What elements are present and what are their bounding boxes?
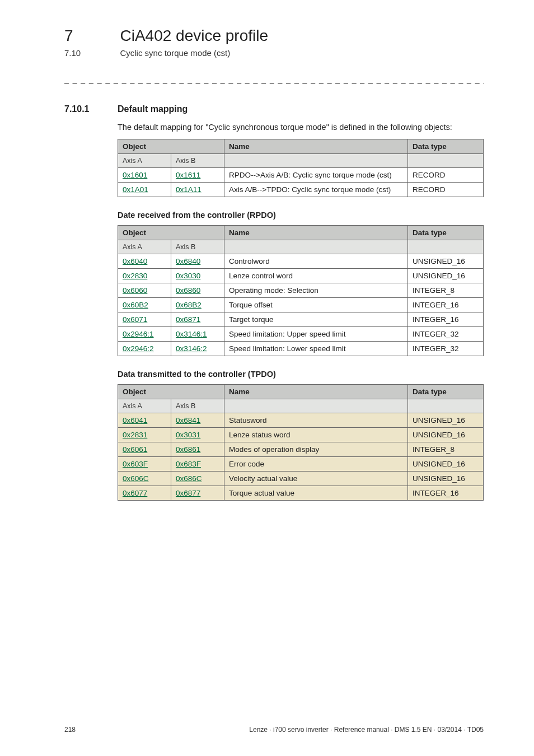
object-datatype: UNSIGNED_16 (408, 427, 484, 442)
object-link-axis-b[interactable]: 0x6840 (171, 254, 224, 268)
object-link-axis-a[interactable]: 0x6071 (118, 312, 171, 326)
section-title: Cyclic sync torque mode (cst) (120, 48, 230, 58)
object-link-axis-a[interactable]: 0x1601 (118, 167, 171, 182)
object-name: Operating mode: Selection (224, 283, 408, 297)
mapping-table: Object Name Data type Axis A Axis B 0x16… (118, 139, 484, 197)
table-row: 0x60610x6861Modes of operation displayIN… (118, 442, 484, 456)
object-name: Lenze control word (224, 268, 408, 283)
object-link-axis-b[interactable]: 0x68B2 (171, 297, 224, 312)
table-row: 0x60B20x68B2Torque offsetINTEGER_16 (118, 297, 484, 312)
object-link-axis-b[interactable]: 0x6871 (171, 312, 224, 326)
col-axis-a: Axis A (118, 240, 171, 254)
chapter-heading: 7 CiA402 device profile (64, 27, 484, 45)
col-axis-a: Axis A (118, 153, 171, 167)
object-datatype: UNSIGNED_16 (408, 254, 484, 268)
tpdo-table-body: 0x60410x6841StatuswordUNSIGNED_160x28310… (118, 413, 484, 500)
object-name: Controlword (224, 254, 408, 268)
object-link-axis-b[interactable]: 0x6841 (171, 413, 224, 427)
col-name: Name (224, 225, 408, 240)
object-link-axis-b[interactable]: 0x1A11 (171, 182, 224, 197)
tpdo-heading: Data transmitted to the controller (TPDO… (118, 370, 484, 379)
object-link-axis-b[interactable]: 0x6877 (171, 486, 224, 500)
object-link-axis-a[interactable]: 0x6077 (118, 486, 171, 500)
object-datatype: UNSIGNED_16 (408, 471, 484, 486)
object-name: Velocity actual value (224, 471, 408, 486)
rpdo-table: Object Name Data type Axis A Axis B 0x60… (118, 225, 484, 356)
object-link-axis-a[interactable]: 0x603F (118, 456, 171, 471)
object-link-axis-b[interactable]: 0x1611 (171, 167, 224, 182)
subsection-number: 7.10.1 (64, 104, 118, 114)
object-link-axis-a[interactable]: 0x60B2 (118, 297, 171, 312)
col-object: Object (118, 225, 224, 240)
object-datatype: RECORD (408, 167, 484, 182)
object-link-axis-a[interactable]: 0x6060 (118, 283, 171, 297)
table-row: 0x60400x6840ControlwordUNSIGNED_16 (118, 254, 484, 268)
object-link-axis-a[interactable]: 0x2946:1 (118, 326, 171, 341)
object-datatype: INTEGER_16 (408, 297, 484, 312)
table-row: 0x60600x6860Operating mode: SelectionINT… (118, 283, 484, 297)
chapter-number: 7 (64, 27, 118, 45)
subsection-title: Default mapping (118, 104, 188, 114)
object-link-axis-a[interactable]: 0x606C (118, 471, 171, 486)
mapping-table-body: 0x16010x1611RPDO-->Axis A/B: Cyclic sync… (118, 167, 484, 197)
object-name: Axis A/B-->TPDO: Cyclic sync torque mode… (224, 182, 408, 197)
col-axis-b: Axis B (171, 153, 224, 167)
object-link-axis-b[interactable]: 0x6860 (171, 283, 224, 297)
col-datatype: Data type (408, 139, 484, 153)
object-link-axis-a[interactable]: 0x6040 (118, 254, 171, 268)
col-axis-b: Axis B (171, 399, 224, 413)
col-datatype: Data type (408, 225, 484, 240)
object-name: Speed limitation: Upper speed limit (224, 326, 408, 341)
object-name: Target torque (224, 312, 408, 326)
col-object: Object (118, 384, 224, 399)
col-name: Name (224, 139, 408, 153)
intro-paragraph: The default mapping for "Cyclic synchron… (118, 122, 484, 133)
object-link-axis-b[interactable]: 0x3146:2 (171, 341, 224, 356)
table-row: 0x28300x3030Lenze control wordUNSIGNED_1… (118, 268, 484, 283)
divider: _ _ _ _ _ _ _ _ _ _ _ _ _ _ _ _ _ _ _ _ … (64, 75, 484, 84)
object-link-axis-b[interactable]: 0x683F (171, 456, 224, 471)
object-link-axis-a[interactable]: 0x2831 (118, 427, 171, 442)
col-axis-a: Axis A (118, 399, 171, 413)
object-link-axis-b[interactable]: 0x3146:1 (171, 326, 224, 341)
table-row: 0x606C0x686CVelocity actual valueUNSIGNE… (118, 471, 484, 486)
table-row: 0x2946:20x3146:2Speed limitation: Lower … (118, 341, 484, 356)
object-link-axis-a[interactable]: 0x2830 (118, 268, 171, 283)
object-datatype: INTEGER_8 (408, 283, 484, 297)
object-link-axis-b[interactable]: 0x3031 (171, 427, 224, 442)
object-datatype: INTEGER_8 (408, 442, 484, 456)
object-datatype: INTEGER_16 (408, 312, 484, 326)
object-link-axis-a[interactable]: 0x2946:2 (118, 341, 171, 356)
object-link-axis-b[interactable]: 0x6861 (171, 442, 224, 456)
object-datatype: INTEGER_32 (408, 326, 484, 341)
object-link-axis-a[interactable]: 0x1A01 (118, 182, 171, 197)
object-link-axis-a[interactable]: 0x6061 (118, 442, 171, 456)
object-datatype: UNSIGNED_16 (408, 456, 484, 471)
doc-id: Lenze · i700 servo inverter · Reference … (249, 726, 484, 734)
object-name: Statusword (224, 413, 408, 427)
object-datatype: UNSIGNED_16 (408, 413, 484, 427)
col-object: Object (118, 139, 224, 153)
object-datatype: RECORD (408, 182, 484, 197)
object-link-axis-a[interactable]: 0x6041 (118, 413, 171, 427)
table-row: 0x603F0x683FError codeUNSIGNED_16 (118, 456, 484, 471)
object-name: Torque offset (224, 297, 408, 312)
rpdo-heading: Date received from the controller (RPDO) (118, 211, 484, 220)
object-link-axis-b[interactable]: 0x3030 (171, 268, 224, 283)
table-row: 0x28310x3031Lenze status wordUNSIGNED_16 (118, 427, 484, 442)
rpdo-table-body: 0x60400x6840ControlwordUNSIGNED_160x2830… (118, 254, 484, 356)
section-heading: 7.10 Cyclic sync torque mode (cst) (64, 48, 484, 58)
table-row: 0x16010x1611RPDO-->Axis A/B: Cyclic sync… (118, 167, 484, 182)
table-row: 0x2946:10x3146:1Speed limitation: Upper … (118, 326, 484, 341)
section-number: 7.10 (64, 48, 118, 58)
table-row: 0x60770x6877Torque actual valueINTEGER_1… (118, 486, 484, 500)
object-name: Lenze status word (224, 427, 408, 442)
object-name: Error code (224, 456, 408, 471)
col-datatype: Data type (408, 384, 484, 399)
object-datatype: INTEGER_16 (408, 486, 484, 500)
table-row: 0x60710x6871Target torqueINTEGER_16 (118, 312, 484, 326)
object-name: RPDO-->Axis A/B: Cyclic sync torque mode… (224, 167, 408, 182)
object-link-axis-b[interactable]: 0x686C (171, 471, 224, 486)
col-name: Name (224, 384, 408, 399)
subsection-heading: 7.10.1 Default mapping (64, 104, 484, 114)
